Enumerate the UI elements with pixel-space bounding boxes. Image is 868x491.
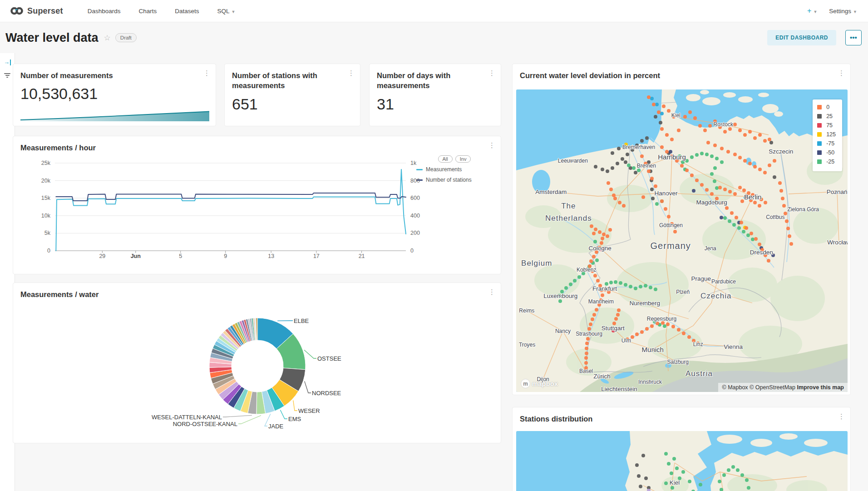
station-dot[interactable] <box>617 308 621 312</box>
station-dot[interactable] <box>723 188 727 191</box>
station-dot[interactable] <box>733 192 737 196</box>
station-dot[interactable] <box>592 232 596 235</box>
station-dot[interactable] <box>595 308 598 312</box>
station-dot[interactable] <box>660 199 664 203</box>
station-dot[interactable] <box>651 197 655 200</box>
station-dot[interactable] <box>748 162 752 165</box>
station-dot[interactable] <box>640 154 644 158</box>
station-dot[interactable] <box>647 489 651 491</box>
station-dot[interactable] <box>764 201 767 204</box>
station-dot[interactable] <box>736 468 740 472</box>
station-dot[interactable] <box>677 328 681 332</box>
station-dot[interactable] <box>713 144 717 147</box>
station-dot[interactable] <box>609 281 613 284</box>
station-dot[interactable] <box>629 285 632 288</box>
station-dot[interactable] <box>649 286 652 289</box>
station-dot[interactable] <box>621 157 624 161</box>
station-dot[interactable] <box>779 189 783 193</box>
station-dot[interactable] <box>723 216 727 220</box>
station-dot[interactable] <box>632 166 636 170</box>
station-dot[interactable] <box>710 172 714 176</box>
station-dot[interactable] <box>564 286 568 290</box>
station-dot[interactable] <box>616 162 619 165</box>
station-dot[interactable] <box>699 483 702 486</box>
station-dot[interactable] <box>614 317 618 321</box>
station-dot[interactable] <box>670 138 674 141</box>
station-dot[interactable] <box>645 327 649 331</box>
station-dot[interactable] <box>768 164 771 167</box>
station-dot[interactable] <box>740 473 744 477</box>
station-dot[interactable] <box>681 470 685 474</box>
station-dot[interactable] <box>753 201 757 204</box>
station-dot[interactable] <box>637 474 641 478</box>
station-dot[interactable] <box>662 104 666 108</box>
station-dot[interactable] <box>778 181 782 185</box>
station-dot[interactable] <box>720 488 723 491</box>
station-dot[interactable] <box>788 234 791 238</box>
station-dot[interactable] <box>645 136 649 140</box>
station-dot[interactable] <box>606 169 609 173</box>
station-dot[interactable] <box>738 129 742 132</box>
improve-map-link[interactable]: Improve this map <box>797 384 844 391</box>
station-dot[interactable] <box>665 133 669 137</box>
station-dot[interactable] <box>745 478 749 482</box>
station-dot[interactable] <box>654 288 657 291</box>
station-dot[interactable] <box>710 192 714 196</box>
station-dot[interactable] <box>720 160 724 164</box>
station-dot[interactable] <box>692 189 695 193</box>
station-dot[interactable] <box>672 457 676 461</box>
station-dot[interactable] <box>748 130 752 134</box>
station-dot[interactable] <box>670 471 673 475</box>
station-dot[interactable] <box>655 202 659 206</box>
station-dot[interactable] <box>635 332 639 336</box>
map-legend-item[interactable]: 0 <box>817 104 836 110</box>
station-dot[interactable] <box>768 138 771 141</box>
station-dot[interactable] <box>558 299 562 303</box>
kebab-menu-icon[interactable]: ⋮ <box>203 69 210 76</box>
station-dot[interactable] <box>655 103 659 106</box>
station-dot[interactable] <box>667 215 671 218</box>
station-dot[interactable] <box>624 283 627 287</box>
station-dot[interactable] <box>713 166 717 170</box>
station-dot[interactable] <box>695 153 699 157</box>
station-dot[interactable] <box>592 313 596 317</box>
station-dot[interactable] <box>705 153 709 156</box>
station-dot[interactable] <box>715 157 719 160</box>
station-dot[interactable] <box>585 342 589 345</box>
station-dot[interactable] <box>713 179 716 183</box>
station-dot[interactable] <box>660 112 664 115</box>
station-dot[interactable] <box>763 171 767 174</box>
station-dot[interactable] <box>640 139 644 143</box>
station-dot[interactable] <box>593 240 597 243</box>
new-item-button[interactable]: +▼ <box>807 7 817 15</box>
station-dot[interactable] <box>601 293 604 297</box>
map-legend-item[interactable]: -50 <box>817 149 836 156</box>
nav-item-charts[interactable]: Charts <box>138 8 157 15</box>
station-dot[interactable] <box>585 352 588 355</box>
deviation-map[interactable]: 02575125-75-50-25 mmapbox © Mapbox © Ope… <box>516 89 848 392</box>
station-dot[interactable] <box>601 237 604 240</box>
station-dot[interactable] <box>640 330 644 334</box>
station-dot[interactable] <box>594 165 597 169</box>
station-dot[interactable] <box>718 480 721 483</box>
station-dot[interactable] <box>728 190 732 193</box>
station-dot[interactable] <box>660 127 664 131</box>
station-dot[interactable] <box>666 322 670 326</box>
station-dot[interactable] <box>671 325 675 328</box>
edit-dashboard-button[interactable]: EDIT DASHBOARD <box>767 30 836 45</box>
station-dot[interactable] <box>595 258 599 262</box>
station-dot[interactable] <box>586 337 590 341</box>
station-dot[interactable] <box>745 226 748 230</box>
station-dot[interactable] <box>737 226 741 230</box>
station-dot[interactable] <box>703 129 707 132</box>
station-dot[interactable] <box>733 153 737 156</box>
station-dot[interactable] <box>626 153 629 156</box>
kebab-menu-icon[interactable]: ⋮ <box>838 69 845 76</box>
station-dot[interactable] <box>698 124 702 128</box>
map-legend-item[interactable]: 125 <box>817 131 836 138</box>
station-dot[interactable] <box>660 145 664 149</box>
station-dot[interactable] <box>657 110 661 114</box>
station-dot[interactable] <box>700 183 704 187</box>
station-dot[interactable] <box>681 160 685 164</box>
station-dot[interactable] <box>732 223 736 227</box>
